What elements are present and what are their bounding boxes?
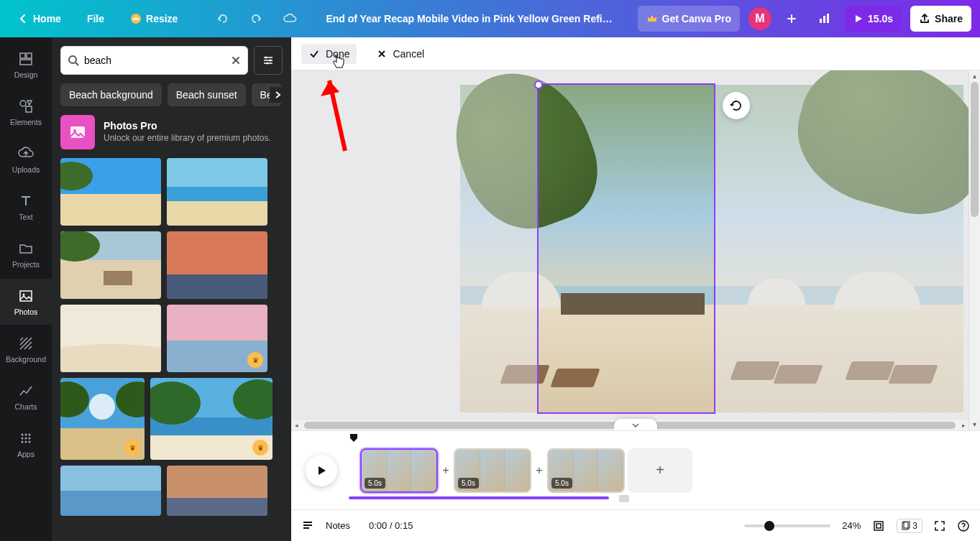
main-area: Done Cancel <box>291 37 980 541</box>
chip-beach-background[interactable]: Beach background <box>60 83 162 106</box>
rail-elements[interactable]: Elements <box>0 89 52 135</box>
svg-point-21 <box>265 57 267 59</box>
add-transition-button[interactable]: + <box>441 466 451 476</box>
svg-point-17 <box>22 441 24 443</box>
photos-panel: Beach background Beach sunset Beach Phot… <box>52 37 291 541</box>
notes-icon[interactable] <box>301 519 314 532</box>
search-input[interactable] <box>84 55 226 66</box>
scroll-left-icon[interactable]: ◂ <box>291 420 301 430</box>
redo-button[interactable] <box>244 6 268 32</box>
resize-button[interactable]: Resize <box>122 6 186 32</box>
svg-rect-27 <box>60 194 161 226</box>
svg-rect-55 <box>874 522 883 530</box>
home-label: Home <box>33 13 61 24</box>
share-button[interactable]: Share <box>910 6 971 32</box>
promo-subtitle: Unlock our entire library of premium pho… <box>104 133 271 144</box>
svg-rect-39 <box>167 305 267 341</box>
rail-text[interactable]: Text <box>0 184 52 230</box>
home-button[interactable]: Home <box>9 6 70 32</box>
photo-thumb[interactable]: ♛ <box>60 378 145 460</box>
photo-thumb[interactable] <box>60 305 161 372</box>
rail-uploads[interactable]: Uploads <box>0 137 52 182</box>
rail-apps[interactable]: Apps <box>0 421 52 467</box>
svg-rect-4 <box>20 53 25 58</box>
photos-pro-promo[interactable]: Photos Pro Unlock our entire library of … <box>60 115 283 149</box>
timeline-clip-3[interactable]: 5.0s <box>547 448 625 493</box>
photo-thumb[interactable]: ♛ <box>167 305 267 372</box>
done-button[interactable]: Done <box>301 44 357 64</box>
search-icon <box>67 54 80 67</box>
svg-rect-1 <box>820 19 822 23</box>
svg-rect-3 <box>827 14 829 23</box>
photo-thumb[interactable] <box>60 158 161 226</box>
clip-duration-label: 5.0s <box>458 478 479 489</box>
insights-button[interactable] <box>812 6 836 32</box>
search-box <box>60 46 248 75</box>
get-pro-button[interactable]: Get Canva Pro <box>638 6 740 32</box>
cancel-button[interactable]: Cancel <box>370 44 431 64</box>
rail-design[interactable]: Design <box>0 42 52 88</box>
audio-track-chip[interactable] <box>619 495 629 502</box>
svg-point-16 <box>29 438 31 440</box>
photo-thumb[interactable] <box>167 466 267 516</box>
photo-thumb[interactable] <box>167 231 267 299</box>
rail-charts[interactable]: Charts <box>0 374 52 420</box>
timeline-track-bar[interactable] <box>349 496 609 499</box>
chips-scroll-right-icon[interactable] <box>270 87 285 103</box>
file-menu[interactable]: File <box>78 6 113 32</box>
rail-background[interactable]: Background <box>0 326 52 372</box>
timeline-clip-1[interactable]: 5.0s <box>360 448 438 493</box>
add-member-button[interactable] <box>780 6 803 32</box>
timeline: 5.0s + 5.0s + 5.0s + <box>291 430 980 509</box>
photo-thumb[interactable] <box>60 231 161 299</box>
vertical-scrollbar[interactable]: ▴ ▾ <box>968 70 980 430</box>
photo-thumb[interactable] <box>60 466 161 516</box>
chip-beach-sunset[interactable]: Beach sunset <box>168 83 246 106</box>
timeline-clip-2[interactable]: 5.0s <box>454 448 531 493</box>
svg-rect-5 <box>27 53 32 58</box>
svg-rect-6 <box>20 60 32 65</box>
fullscreen-icon[interactable] <box>934 520 945 532</box>
photo-thumb[interactable] <box>167 158 267 226</box>
background-icon <box>17 335 35 352</box>
scroll-up-icon[interactable]: ▴ <box>969 70 980 82</box>
svg-rect-35 <box>104 271 132 285</box>
svg-rect-29 <box>167 158 267 187</box>
add-transition-button[interactable]: + <box>534 466 544 476</box>
crown-icon <box>130 13 142 24</box>
scroll-down-icon[interactable]: ▾ <box>969 419 980 430</box>
help-icon[interactable] <box>957 519 970 532</box>
clear-search-icon[interactable] <box>230 55 242 66</box>
elements-icon <box>17 98 35 115</box>
notes-button[interactable]: Notes <box>326 520 350 531</box>
avatar[interactable]: M <box>748 7 771 30</box>
page-title[interactable]: End of Year Recap Mobile Video in Pink Y… <box>311 13 628 24</box>
rail-projects[interactable]: Projects <box>0 231 52 277</box>
clip-duration-label: 5.0s <box>551 478 572 489</box>
photo-thumb[interactable]: ♛ <box>150 378 273 460</box>
page-count-badge[interactable]: 3 <box>897 519 922 533</box>
photo-grid: ♛ ♛ ♛ <box>52 158 291 541</box>
design-icon <box>17 50 35 68</box>
zoom-value[interactable]: 24% <box>842 520 861 531</box>
search-settings-button[interactable] <box>254 46 283 75</box>
preview-play-button[interactable]: 15.0s <box>845 6 902 32</box>
add-clip-button[interactable]: + <box>628 448 692 493</box>
premium-badge-icon: ♛ <box>252 440 268 456</box>
undo-button[interactable] <box>211 6 235 32</box>
replace-image-button[interactable] <box>723 92 750 119</box>
playhead-marker[interactable] <box>349 433 359 445</box>
playback-time: 0:00 / 0:15 <box>369 520 413 531</box>
crop-toolbar: Done Cancel <box>291 37 980 70</box>
rail-photos[interactable]: Photos <box>0 279 52 325</box>
side-rail: Design Elements Uploads Text Projects Ph… <box>0 37 52 541</box>
timeline-play-button[interactable] <box>306 455 337 486</box>
crop-region[interactable] <box>539 85 714 412</box>
zoom-slider[interactable] <box>744 524 830 527</box>
cloud-sync-icon[interactable] <box>277 6 303 32</box>
svg-rect-30 <box>167 187 267 201</box>
timeline-collapse-button[interactable] <box>614 419 657 430</box>
scroll-right-icon[interactable]: ▸ <box>958 420 968 430</box>
canvas[interactable]: ◂ ▸ ▴ ▾ <box>291 70 980 430</box>
fit-view-icon[interactable] <box>872 519 885 532</box>
